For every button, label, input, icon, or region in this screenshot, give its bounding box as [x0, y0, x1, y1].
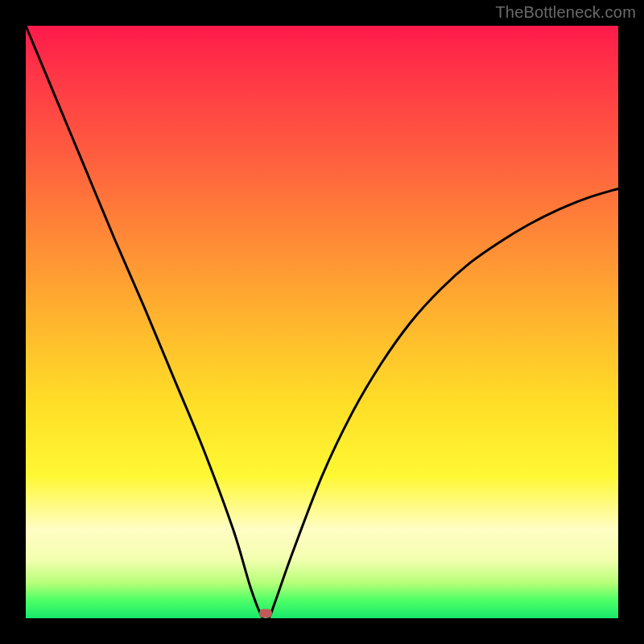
bottleneck-curve	[26, 26, 618, 618]
watermark-text: TheBottleneck.com	[495, 3, 636, 22]
chart-frame: TheBottleneck.com	[0, 0, 644, 644]
min-point-marker	[259, 609, 272, 618]
curve-svg	[26, 26, 618, 618]
